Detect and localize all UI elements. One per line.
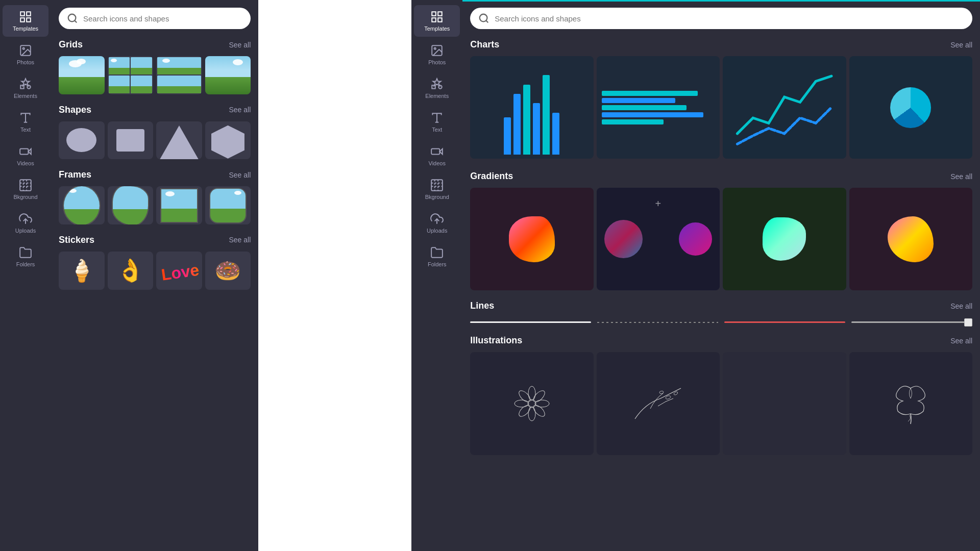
illustrations-see-all[interactable]: See all: [950, 337, 972, 345]
shape-hexagon-item[interactable]: [205, 121, 251, 160]
right-background-icon: [430, 179, 444, 192]
gradient-yellow-item[interactable]: [849, 188, 972, 290]
line-solid[interactable]: [470, 321, 591, 323]
love-svg: Love: [159, 258, 200, 283]
svg-line-36: [486, 20, 488, 22]
sidebar-item-photos[interactable]: Photos: [3, 39, 48, 70]
right-sidebar-item-background[interactable]: Bkground: [414, 173, 460, 205]
illus-empty1[interactable]: [723, 352, 846, 455]
frame-rect-item[interactable]: [156, 186, 202, 224]
line-slider[interactable]: [851, 321, 972, 323]
sidebar-label-photos: Photos: [17, 59, 34, 65]
chart-bar-item[interactable]: [470, 56, 593, 159]
gradient-purple-item[interactable]: +: [597, 188, 720, 290]
sidebar-item-folders[interactable]: Folders: [3, 241, 48, 272]
sidebar-item-videos[interactable]: Videos: [3, 140, 48, 171]
shape-square-item[interactable]: [108, 121, 154, 160]
right-sidebar-item-elements[interactable]: Elements: [414, 72, 460, 104]
shapes-see-all[interactable]: See all: [229, 106, 251, 114]
right-sidebar-label-folders: Folders: [428, 261, 447, 267]
line-dotted[interactable]: [597, 322, 718, 323]
gradient-mint-item[interactable]: [723, 188, 846, 290]
sidebar-item-elements[interactable]: Elements: [3, 72, 48, 104]
right-upload-icon: [430, 212, 444, 226]
right-sidebar-item-text[interactable]: Text: [414, 106, 460, 138]
sticker-ok[interactable]: 👌: [108, 252, 154, 290]
gradients-title: Gradients: [470, 171, 513, 182]
stickers-see-all[interactable]: See all: [229, 236, 251, 244]
svg-rect-6: [20, 85, 24, 89]
illus-flower-item[interactable]: [470, 352, 593, 455]
folder-icon: [19, 246, 32, 259]
svg-rect-25: [432, 85, 436, 89]
sticker-icecream[interactable]: 🍦: [59, 252, 105, 290]
right-sidebar-label-text: Text: [432, 127, 442, 133]
chart-line-item[interactable]: [723, 56, 846, 159]
svg-point-42: [528, 407, 535, 421]
stickers-row: 🍦 👌 Love: [59, 252, 251, 290]
left-search-input[interactable]: [83, 14, 242, 23]
svg-rect-2: [20, 18, 24, 22]
svg-rect-22: [438, 18, 442, 22]
right-search-icon: [478, 13, 489, 24]
frame-circle-item[interactable]: [59, 186, 105, 224]
grid-icon: [19, 10, 32, 23]
gradients-see-all[interactable]: See all: [950, 172, 972, 181]
sidebar-item-templates[interactable]: Templates: [3, 5, 48, 37]
charts-see-all[interactable]: See all: [950, 41, 972, 49]
sticker-donut-display: 🍩: [205, 252, 251, 290]
right-sidebar: Templates Photos Elements Text: [411, 0, 462, 551]
shape-triangle-item[interactable]: [156, 121, 202, 160]
stickers-section-header: Stickers See all: [59, 235, 251, 245]
right-sidebar-item-photos[interactable]: Photos: [414, 39, 460, 70]
svg-rect-3: [27, 18, 31, 22]
right-sidebar-label-photos: Photos: [428, 59, 446, 65]
svg-rect-10: [20, 180, 31, 191]
chart-hbar-item[interactable]: [597, 56, 720, 159]
frames-title: Frames: [59, 169, 91, 180]
right-sidebar-item-videos[interactable]: Videos: [414, 140, 460, 171]
shapes-title: Shapes: [59, 105, 91, 115]
svg-point-5: [23, 48, 24, 49]
shape-circle-item[interactable]: [59, 121, 105, 160]
sticker-love[interactable]: Love: [156, 252, 202, 290]
chart-pie-item[interactable]: [849, 56, 972, 159]
right-sidebar-item-folders[interactable]: Folders: [414, 241, 460, 272]
svg-point-38: [528, 386, 535, 400]
frame-rounded-item[interactable]: [205, 186, 251, 224]
right-search-bar[interactable]: [470, 8, 972, 29]
grids-see-all[interactable]: See all: [229, 41, 251, 49]
lines-see-all[interactable]: See all: [950, 302, 972, 310]
right-search-input[interactable]: [495, 14, 964, 23]
gradient-pink-item[interactable]: [470, 188, 593, 290]
right-text-icon: [430, 111, 444, 124]
charts-section-header: Charts See all: [470, 39, 972, 50]
sticker-ok-display: 👌: [108, 252, 154, 290]
frames-see-all[interactable]: See all: [229, 171, 251, 179]
upload-icon: [19, 212, 32, 226]
sidebar-item-uploads[interactable]: Uploads: [3, 207, 48, 239]
line-red[interactable]: [724, 321, 845, 323]
sidebar-item-background[interactable]: Bkground: [3, 173, 48, 205]
right-sidebar-item-templates[interactable]: Templates: [414, 5, 460, 37]
svg-point-45: [517, 389, 532, 404]
grid-item-3[interactable]: [156, 56, 202, 94]
left-sidebar: Templates Photos Elements Text: [0, 0, 51, 551]
sticker-donut[interactable]: 🍩: [205, 252, 251, 290]
illus-branch-item[interactable]: [597, 352, 720, 455]
photo-icon: [19, 44, 32, 57]
charts-row: [470, 56, 972, 159]
grid-item-2[interactable]: [108, 56, 154, 94]
svg-point-16: [68, 14, 76, 22]
left-search-bar[interactable]: [59, 8, 251, 29]
right-sidebar-item-uploads[interactable]: Uploads: [414, 207, 460, 239]
grid-item-4[interactable]: [205, 56, 251, 94]
left-panel: Templates Photos Elements Text: [0, 0, 258, 551]
svg-point-43: [517, 403, 532, 418]
grid-item-1[interactable]: [59, 56, 105, 94]
right-sidebar-label-background: Bkground: [425, 194, 449, 200]
sidebar-item-text[interactable]: Text: [3, 106, 48, 138]
frame-blob-item[interactable]: [108, 186, 154, 224]
illus-rose-item[interactable]: [849, 352, 972, 455]
lines-container: [470, 317, 972, 331]
